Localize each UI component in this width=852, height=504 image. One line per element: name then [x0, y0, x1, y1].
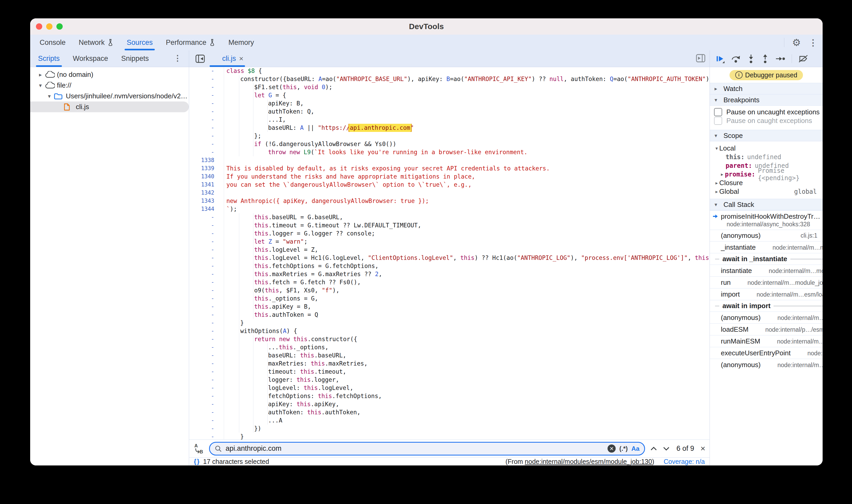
line-number-gutter[interactable]: 1342: [189, 189, 214, 197]
close-window-button[interactable]: [36, 23, 42, 30]
line-number-gutter[interactable]: -: [189, 262, 214, 270]
code-line[interactable]: 1339This is disabled by default, as it r…: [189, 164, 710, 173]
tree-expand-arrow[interactable]: ▸: [36, 72, 45, 78]
clear-search-icon[interactable]: ✕: [607, 445, 616, 453]
close-search-icon[interactable]: ×: [700, 444, 705, 453]
step-out-button[interactable]: [761, 54, 769, 64]
match-case-toggle[interactable]: Aa: [632, 445, 640, 452]
code-line[interactable]: -this.authToken = Q: [189, 311, 710, 319]
collapse-navigator-icon[interactable]: [195, 55, 205, 63]
scope-row[interactable]: ▾ Local: [710, 144, 823, 152]
code-line[interactable]: 1343new Anthropic({ apiKey, dangerouslyA…: [189, 197, 710, 205]
line-number-gutter[interactable]: -: [189, 91, 214, 100]
coverage-link[interactable]: Coverage: n/a: [664, 458, 705, 465]
code-line[interactable]: -this.logger = G.logger ?? console;: [189, 230, 710, 238]
call-stack-frame[interactable]: importnode:internal/m…esm/loader:329: [710, 288, 823, 300]
code-line[interactable]: 1341you can set the \`dangerouslyAllowBr…: [189, 181, 710, 189]
code-line[interactable]: -this.fetch = G.fetch ?? Fs0(),: [189, 278, 710, 286]
tab-performance[interactable]: Performance: [162, 35, 219, 50]
code-line[interactable]: -o9(this, $F1, Xs0, "f"),: [189, 286, 710, 294]
deactivate-breakpoints-icon[interactable]: [798, 55, 808, 63]
code-line[interactable]: -}: [189, 433, 710, 439]
code-line[interactable]: -}): [189, 425, 710, 433]
line-number-gutter[interactable]: -: [189, 286, 214, 294]
search-input[interactable]: api.anthropic.com ✕ (.*) Aa: [209, 442, 645, 455]
expand-debugger-sidebar-icon[interactable]: [696, 54, 705, 62]
line-number-gutter[interactable]: -: [189, 343, 214, 352]
line-number-gutter[interactable]: -: [189, 408, 214, 416]
code-line[interactable]: -this._options = G,: [189, 294, 710, 303]
line-number-gutter[interactable]: -: [189, 67, 214, 75]
code-line[interactable]: -this.logLevel = Z,: [189, 246, 710, 254]
tree-item-file-[interactable]: ▾file://: [30, 80, 189, 91]
code-line[interactable]: -this.baseURL = G.baseURL,: [189, 213, 710, 221]
line-number-gutter[interactable]: -: [189, 75, 214, 83]
search-query-text[interactable]: api.anthropic.com: [226, 445, 604, 453]
scope-section-header[interactable]: ▾ Scope: [710, 130, 823, 141]
line-number-gutter[interactable]: -: [189, 311, 214, 319]
line-number-gutter[interactable]: -: [189, 83, 214, 91]
scope-row[interactable]: ▸ Closure: [710, 179, 823, 187]
step-over-button[interactable]: [731, 55, 741, 63]
line-number-gutter[interactable]: -: [189, 124, 214, 132]
resume-script-button[interactable]: [715, 54, 725, 64]
code-line[interactable]: -}: [189, 319, 710, 327]
editor-tab-clijs[interactable]: cli.js ×: [208, 50, 247, 67]
tree-expand-arrow[interactable]: ▾: [36, 82, 45, 89]
step-into-button[interactable]: [747, 54, 755, 64]
code-line[interactable]: -return new this.constructor({: [189, 335, 710, 343]
tree-expand-arrow[interactable]: ▾: [45, 93, 54, 100]
pretty-print-icon[interactable]: { }: [194, 458, 199, 465]
step-button[interactable]: [776, 56, 785, 61]
line-number-gutter[interactable]: -: [189, 376, 214, 384]
line-number-gutter[interactable]: -: [189, 238, 214, 246]
code-line[interactable]: -withOptions(A) {: [189, 327, 710, 335]
callstack-section-header[interactable]: ▾ Call Stack: [710, 199, 823, 210]
line-number-gutter[interactable]: -: [189, 384, 214, 392]
line-number-gutter[interactable]: -: [189, 433, 214, 439]
code-line[interactable]: -let Z = "warn";: [189, 238, 710, 246]
watch-section-header[interactable]: ▸ Watch: [710, 83, 823, 94]
regex-toggle[interactable]: (.*): [619, 445, 628, 452]
code-line[interactable]: -};: [189, 132, 710, 140]
tree-item--no-domain-[interactable]: ▸(no domain): [30, 69, 189, 80]
call-stack-frame[interactable]: runMainESMnode:internal/m…es/run_main:98: [710, 335, 823, 347]
navigator-more-icon[interactable]: ⋮: [174, 54, 181, 63]
sidebar-tab-snippets[interactable]: Snippets: [118, 50, 152, 67]
minimize-window-button[interactable]: [46, 23, 52, 30]
tree-arrow-icon[interactable]: ▸: [714, 189, 719, 195]
next-match-button[interactable]: [662, 446, 670, 451]
tree-arrow-icon[interactable]: ▸: [719, 172, 725, 177]
line-number-gutter[interactable]: -: [189, 132, 214, 140]
settings-gear-icon[interactable]: ⚙: [792, 38, 801, 48]
line-number-gutter[interactable]: -: [189, 303, 214, 311]
line-number-gutter[interactable]: -: [189, 368, 214, 376]
code-line[interactable]: -this.maxRetries = G.maxRetries ?? 2,: [189, 270, 710, 278]
line-number-gutter[interactable]: -: [189, 400, 214, 408]
checkbox[interactable]: [714, 108, 722, 116]
line-number-gutter[interactable]: 1339: [189, 164, 214, 173]
tree-item-cli-js[interactable]: cli.js: [30, 102, 189, 112]
tab-console[interactable]: Console: [36, 35, 69, 50]
call-stack-frame[interactable]: runnode:internal/m…module_job:214: [710, 276, 823, 288]
line-number-gutter[interactable]: -: [189, 278, 214, 286]
previous-match-button[interactable]: [650, 446, 658, 451]
line-number-gutter[interactable]: 1344: [189, 205, 214, 213]
call-stack-frame[interactable]: (anonymous)node:internal/m…es/run_main:9…: [710, 311, 823, 323]
code-line[interactable]: 1344`);: [189, 205, 710, 213]
tree-item-users-jinhuilee-nvm-versions-node-v2-[interactable]: ▾Users/jinhuilee/.nvm/versions/node/v2…: [30, 91, 189, 102]
line-number-gutter[interactable]: -: [189, 230, 214, 238]
code-line[interactable]: -constructor({baseURL: A=ao("ANTHROPIC_B…: [189, 75, 710, 83]
replace-toggle-icon[interactable]: AB: [193, 443, 205, 454]
line-number-gutter[interactable]: -: [189, 116, 214, 124]
sidebar-tab-workspace[interactable]: Workspace: [70, 50, 111, 67]
tree-arrow-icon[interactable]: ▾: [714, 146, 719, 151]
zoom-window-button[interactable]: [56, 23, 63, 30]
line-number-gutter[interactable]: -: [189, 425, 214, 433]
code-line[interactable]: -this.timeout = G.timeout ?? Lw.DEFAULT_…: [189, 221, 710, 230]
tab-network[interactable]: Network: [75, 35, 117, 50]
line-number-gutter[interactable]: -: [189, 254, 214, 262]
line-number-gutter[interactable]: -: [189, 270, 214, 278]
line-number-gutter[interactable]: -: [189, 140, 214, 148]
call-stack-frame[interactable]: (anonymous)node:internal/m…main_module:2: [710, 359, 823, 371]
